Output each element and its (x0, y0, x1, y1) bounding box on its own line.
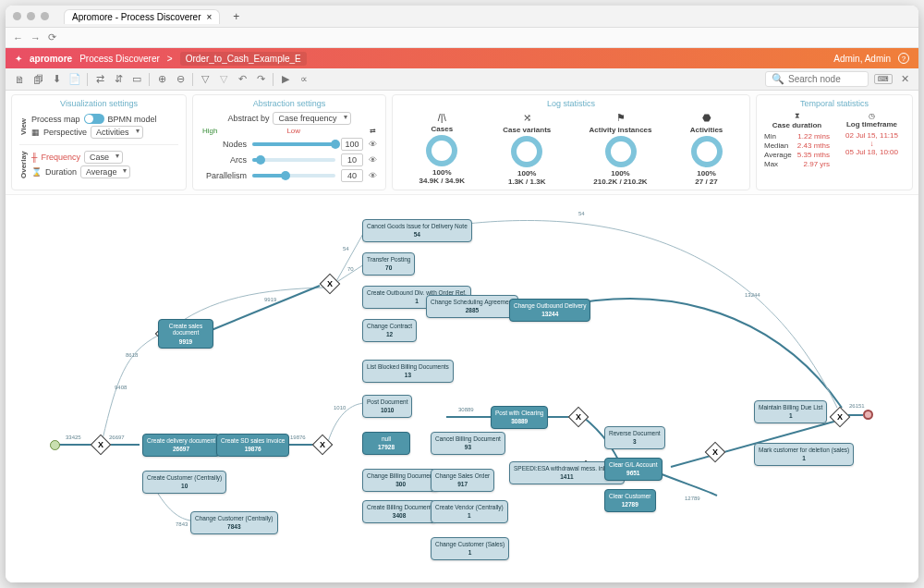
window-title-bar: Apromore - Process Discoverer × + (6, 6, 918, 28)
nodes-slider-label: Nodes (201, 140, 247, 149)
svg-text:54: 54 (578, 211, 585, 216)
save-as-icon[interactable]: 🗐 (31, 73, 44, 86)
activity-node[interactable]: Cancel Goods Issue for Delivery Note54 (362, 219, 472, 242)
search-icon: 🔍 (772, 73, 784, 85)
cases-metric[interactable]: /|\ Cases 100% 34.9K / 34.9K (419, 112, 465, 186)
activities-icon: ⬣ (690, 112, 723, 124)
visualization-panel: Visualization settings View Process map … (11, 94, 187, 190)
activity-node[interactable]: Create sales document9919 (158, 319, 213, 349)
activity-inst-metric[interactable]: ⚑ Activity instances 100% 210.2K / 210.2… (589, 112, 651, 186)
share-icon[interactable]: ∝ (298, 73, 310, 86)
activity-instances-icon: ⚑ (589, 112, 651, 124)
save-icon[interactable]: 🗎 (13, 73, 26, 86)
traffic-light-min[interactable] (27, 12, 35, 20)
search-input[interactable] (788, 74, 862, 84)
traffic-light-max[interactable] (41, 12, 49, 20)
keyboard-icon[interactable]: ⌨ (874, 74, 893, 84)
bpmn-label: BPMN model (108, 115, 157, 124)
activity-node[interactable]: Clear G/L Account9651 (604, 458, 663, 481)
activity-node[interactable]: Mark customer for deletion (sales)1 (754, 443, 854, 466)
activity-node[interactable]: Create Customer (Centrally)10 (142, 471, 226, 494)
swap-icon[interactable]: ⇄ (370, 127, 376, 135)
tab-title: Apromore - Process Discoverer (72, 12, 201, 22)
export-bpmn-icon[interactable]: ⬇ (50, 73, 63, 86)
nodes-eye-icon[interactable]: 👁 (369, 140, 378, 149)
help-icon[interactable]: ? (898, 53, 909, 64)
filter-icon[interactable]: ▽ (199, 73, 212, 86)
activity-node[interactable]: Cancel Billing Document93 (431, 432, 505, 455)
new-tab-button[interactable]: + (233, 10, 239, 23)
frequency-icon: ╫ (31, 153, 37, 162)
fit-icon[interactable]: ▭ (130, 73, 143, 86)
activity-node[interactable]: Change Outbound Delivery13244 (509, 299, 590, 322)
abstract-by-dropdown[interactable]: Case frequency (273, 112, 350, 125)
activity-node[interactable]: Reverse Document3 (604, 426, 665, 449)
para-eye-icon[interactable]: 👁 (369, 171, 378, 180)
activity-node[interactable]: Transfer Posting70 (362, 252, 415, 276)
activity-node[interactable]: Create delivery document26697 (142, 434, 220, 457)
para-value[interactable]: 40 (341, 169, 363, 182)
nav-reload-icon[interactable]: ⟳ (48, 31, 56, 43)
search-node[interactable]: 🔍 (765, 71, 869, 87)
map-bpmn-toggle[interactable] (84, 114, 104, 124)
close-icon[interactable]: ✕ (898, 73, 911, 86)
activity-node[interactable]: Change Billing Document300 (362, 469, 439, 492)
zoom-out-icon[interactable]: ⊖ (174, 73, 187, 86)
layout-tb-icon[interactable]: ⇵ (112, 73, 125, 86)
activity-node[interactable]: Change Contract12 (362, 319, 417, 342)
end-event[interactable] (863, 410, 873, 420)
activity-node[interactable]: Change Customer (Sales)1 (431, 537, 509, 560)
activity-node[interactable]: null17928 (362, 432, 410, 455)
log-title: Log statistics (400, 99, 742, 108)
activity-node[interactable]: Post Document1010 (362, 395, 412, 418)
activity-node[interactable]: Post with Clearing30889 (491, 406, 548, 429)
filter-clear-icon[interactable]: ▽ (217, 73, 230, 86)
frequency-label: Frequency (41, 153, 80, 162)
activity-node[interactable]: Change Scheduling Agreement2885 (426, 295, 518, 318)
activity-node[interactable]: Create Vendor (Centrally)1 (431, 500, 508, 523)
arcs-value[interactable]: 10 (341, 153, 363, 166)
redo-icon[interactable]: ↷ (254, 73, 267, 86)
perspective-dropdown[interactable]: Activities (91, 126, 143, 139)
arcs-slider[interactable] (252, 158, 335, 162)
duration-col-icon: ⧗ (764, 112, 830, 121)
breadcrumb-log[interactable]: Order_to_Cash_Example_E (180, 52, 307, 66)
svg-text:9919: 9919 (264, 297, 277, 302)
tab-close-icon[interactable]: × (206, 12, 212, 22)
traffic-light-close[interactable] (13, 12, 21, 20)
activity-node[interactable]: List Blocked Billing Documents13 (362, 360, 454, 383)
activities-metric[interactable]: ⬣ Activities 100% 27 / 27 (690, 112, 723, 186)
activity-node[interactable]: Maintain Billing Due List1 (754, 400, 827, 423)
activity-node[interactable]: Create SD sales invoice19876 (216, 434, 289, 457)
svg-text:33425: 33425 (66, 435, 81, 440)
svg-text:9408: 9408 (115, 385, 128, 390)
user-label[interactable]: Admin, Admin (833, 54, 891, 64)
timeframe-col-icon: ◷ (839, 112, 905, 120)
activity-node[interactable]: Create Billing Document3408 (362, 500, 436, 523)
nav-back-icon[interactable]: ← (13, 32, 23, 43)
nodes-value[interactable]: 100 (341, 138, 363, 151)
duration-icon: ⌛ (31, 167, 42, 177)
browser-tab[interactable]: Apromore - Process Discoverer × (64, 9, 220, 24)
zoom-in-icon[interactable]: ⊕ (155, 73, 168, 86)
process-map-canvas[interactable]: 33425 26697 9408 19876 19876 8618 9919 5… (6, 195, 918, 582)
start-event[interactable] (50, 440, 60, 450)
nodes-slider[interactable] (252, 142, 335, 146)
breadcrumb-app[interactable]: Process Discoverer (79, 54, 160, 64)
activity-node[interactable]: Change Sales Order917 (431, 469, 494, 492)
viz-title: Visualization settings (19, 99, 178, 108)
variants-metric[interactable]: ⤨ Case variants 100% 1.3K / 1.3K (503, 112, 551, 186)
activity-node[interactable]: Change Customer (Centrally)7843 (190, 511, 278, 534)
undo-icon[interactable]: ↶ (236, 73, 249, 86)
activity-node[interactable]: Clear Customer12789 (604, 489, 656, 512)
duration-dropdown[interactable]: Average (80, 165, 130, 178)
svg-text:30889: 30889 (458, 407, 474, 412)
svg-text:26697: 26697 (109, 435, 125, 440)
layout-lr-icon[interactable]: ⇄ (93, 73, 106, 86)
frequency-dropdown[interactable]: Case (84, 151, 123, 164)
nav-forward-icon[interactable]: → (30, 32, 41, 43)
export-pdf-icon[interactable]: 📄 (68, 73, 81, 86)
arcs-eye-icon[interactable]: 👁 (369, 155, 378, 165)
para-slider[interactable] (252, 174, 335, 178)
animate-icon[interactable]: ▶ (279, 73, 292, 86)
